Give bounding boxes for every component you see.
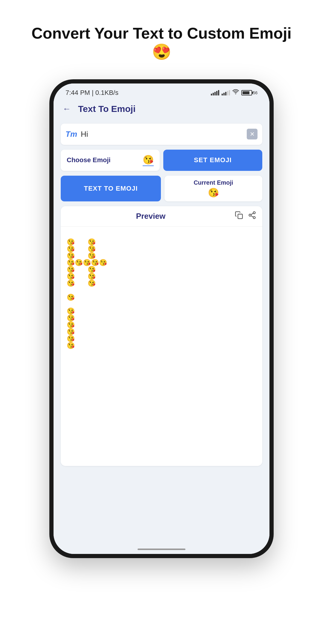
emoji-art-line: 😘 😘 bbox=[67, 266, 256, 273]
current-emoji-display: 😘 bbox=[208, 187, 219, 198]
signal-bars bbox=[211, 90, 219, 95]
emoji-art-line: 😘 bbox=[67, 321, 256, 328]
home-indicator bbox=[54, 545, 269, 554]
copy-icon bbox=[235, 211, 243, 219]
phone-inner: 7:44 PM | 0.1KB/s bbox=[54, 83, 269, 554]
preview-actions bbox=[235, 211, 256, 221]
copy-button[interactable] bbox=[235, 211, 243, 221]
input-row: Tт ✕ bbox=[61, 124, 262, 145]
svg-point-1 bbox=[253, 212, 255, 214]
emoji-art-line: 😘😘😘😘😘 bbox=[67, 259, 256, 266]
text-input[interactable] bbox=[81, 124, 247, 145]
emoji-art-line: 😘 😘 bbox=[67, 273, 256, 280]
preview-header: Preview bbox=[61, 206, 262, 227]
phone-frame: 7:44 PM | 0.1KB/s bbox=[49, 79, 274, 558]
emoji-art-line: 😘 😘 bbox=[67, 245, 256, 252]
selected-emoji: 😘 bbox=[143, 155, 154, 165]
clear-icon: ✕ bbox=[250, 130, 255, 138]
svg-point-3 bbox=[253, 216, 255, 218]
text-to-emoji-button[interactable]: TEXT TO EMOJI bbox=[61, 176, 161, 201]
preview-content: . 😘 😘 😘 😘 😘 😘 😘😘😘😘😘 😘 😘 😘 😘 😘 😘 bbox=[61, 227, 262, 466]
home-bar bbox=[138, 549, 185, 550]
status-icons: 56 bbox=[211, 89, 258, 96]
choose-emoji-box[interactable]: Choose Emoji 😘 bbox=[61, 150, 160, 171]
svg-rect-0 bbox=[238, 214, 243, 218]
svg-line-4 bbox=[251, 216, 253, 217]
emoji-art-line: 😘 bbox=[67, 328, 256, 335]
emoji-art-line: . bbox=[67, 231, 256, 238]
back-button[interactable]: ← bbox=[63, 104, 71, 114]
wifi-icon bbox=[232, 89, 239, 96]
emoji-art-line: 😘 😘 bbox=[67, 239, 256, 245]
emoji-art-line: 😘 bbox=[67, 294, 256, 301]
emoji-art-line: 😘 bbox=[67, 308, 256, 315]
emoji-art-line: 😘 😘 bbox=[67, 252, 256, 259]
emoji-underline bbox=[143, 165, 154, 166]
status-bar: 7:44 PM | 0.1KB/s bbox=[54, 83, 269, 99]
battery-indicator: 56 bbox=[241, 90, 258, 95]
content-area: Tт ✕ Choose Emoji 😘 SET EMOJI bbox=[54, 119, 269, 545]
emoji-art-line: 😘 bbox=[67, 342, 256, 349]
emoji-art-line: 😘 bbox=[67, 335, 256, 342]
svg-point-2 bbox=[249, 214, 251, 216]
set-emoji-button[interactable]: SET EMOJI bbox=[163, 150, 262, 171]
status-time: 7:44 PM | 0.1KB/s bbox=[65, 89, 118, 97]
current-emoji-box: Current Emoji 😘 bbox=[164, 176, 262, 201]
share-icon bbox=[248, 211, 256, 219]
emoji-selector-row: Choose Emoji 😘 SET EMOJI bbox=[61, 150, 262, 171]
emoji-art-line: 😘 😘 bbox=[67, 280, 256, 287]
emoji-art-line: 😘 bbox=[67, 315, 256, 321]
hero-section: Convert Your Text to Custom Emoji 😍 bbox=[0, 0, 323, 79]
signal-bars-2 bbox=[222, 90, 230, 95]
clear-button[interactable]: ✕ bbox=[247, 129, 258, 139]
preview-title: Preview bbox=[67, 212, 235, 221]
app-title: Text To Emoji bbox=[78, 104, 135, 114]
text-format-icon: Tт bbox=[65, 130, 77, 139]
share-button[interactable] bbox=[248, 211, 256, 221]
battery-level: 56 bbox=[253, 90, 258, 95]
app-header: ← Text To Emoji bbox=[54, 99, 269, 119]
choose-emoji-label: Choose Emoji bbox=[67, 156, 111, 164]
emoji-art-display: . 😘 😘 😘 😘 😘 😘 😘😘😘😘😘 😘 😘 😘 😘 😘 😘 bbox=[67, 231, 256, 349]
emoji-picker-display: 😘 bbox=[143, 154, 154, 166]
preview-section: Preview bbox=[61, 206, 262, 466]
svg-line-5 bbox=[251, 213, 253, 215]
action-row: TEXT TO EMOJI Current Emoji 😘 bbox=[61, 176, 262, 201]
current-emoji-label: Current Emoji bbox=[194, 179, 233, 186]
hero-title: Convert Your Text to Custom Emoji 😍 bbox=[0, 24, 323, 61]
